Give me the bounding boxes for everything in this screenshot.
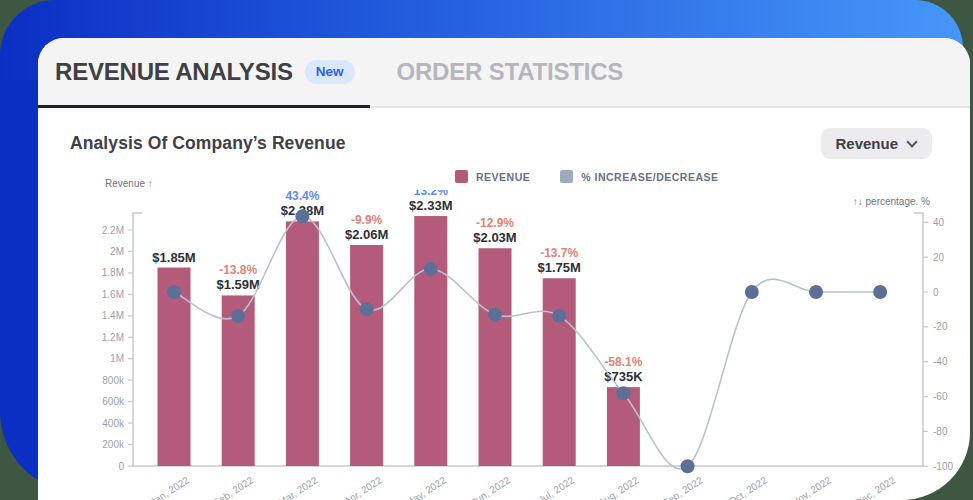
svg-text:1.8M: 1.8M bbox=[102, 267, 124, 278]
svg-text:2.2M: 2.2M bbox=[102, 225, 124, 236]
left-axis-title: Revenue ↑ bbox=[105, 178, 153, 189]
metric-dropdown-label: Revenue bbox=[835, 135, 898, 152]
svg-text:Jul, 2022: Jul, 2022 bbox=[536, 474, 576, 500]
metric-dropdown[interactable]: Revenue bbox=[821, 128, 932, 159]
svg-text:-13.7%: -13.7% bbox=[540, 246, 578, 260]
legend-item-revenue[interactable]: REVENUE bbox=[455, 170, 530, 183]
svg-text:Mar, 2022: Mar, 2022 bbox=[276, 474, 320, 500]
chevron-down-icon bbox=[906, 136, 917, 147]
svg-text:400k: 400k bbox=[102, 418, 125, 429]
svg-text:Dec, 2022: Dec, 2022 bbox=[853, 474, 898, 500]
svg-text:-58.1%: -58.1% bbox=[604, 355, 642, 369]
svg-text:-100: -100 bbox=[933, 461, 953, 472]
svg-text:13.2%: 13.2% bbox=[414, 190, 448, 198]
legend-swatch bbox=[455, 170, 468, 183]
svg-text:$1.85M: $1.85M bbox=[152, 250, 195, 265]
tab-revenue-analysis-label: REVENUE ANALYSIS bbox=[55, 58, 293, 86]
active-tab-indicator bbox=[38, 105, 370, 108]
legend-label: % INCREASE/DECREASE bbox=[581, 171, 718, 183]
svg-text:-12.9%: -12.9% bbox=[476, 216, 514, 230]
legend-item--increase-decrease[interactable]: % INCREASE/DECREASE bbox=[560, 170, 718, 183]
svg-text:May, 2022: May, 2022 bbox=[403, 474, 448, 500]
svg-text:$2.06M: $2.06M bbox=[345, 227, 388, 242]
svg-text:-9.9%: -9.9% bbox=[351, 213, 383, 227]
tab-revenue-analysis[interactable]: REVENUE ANALYSIS New bbox=[55, 58, 355, 86]
new-badge: New bbox=[305, 60, 355, 84]
svg-text:200k: 200k bbox=[102, 439, 125, 450]
svg-text:800k: 800k bbox=[102, 375, 125, 386]
svg-text:-13.8%: -13.8% bbox=[219, 263, 257, 277]
svg-text:1.4M: 1.4M bbox=[102, 310, 124, 321]
svg-text:Jan, 2022: Jan, 2022 bbox=[148, 474, 191, 500]
tab-bar: REVENUE ANALYSIS New ORDER STATISTICS bbox=[38, 38, 970, 108]
svg-text:20: 20 bbox=[933, 252, 945, 263]
legend-swatch bbox=[560, 170, 573, 183]
svg-text:$2.03M: $2.03M bbox=[473, 230, 516, 245]
svg-text:-80: -80 bbox=[933, 426, 948, 437]
svg-text:1.2M: 1.2M bbox=[102, 332, 124, 343]
chart-legend: REVENUE% INCREASE/DECREASE bbox=[455, 170, 719, 183]
svg-text:2M: 2M bbox=[110, 246, 124, 257]
svg-text:$2.33M: $2.33M bbox=[409, 198, 452, 213]
svg-text:Feb, 2022: Feb, 2022 bbox=[212, 474, 256, 500]
svg-text:-40: -40 bbox=[933, 356, 948, 367]
tab-order-statistics-label: ORDER STATISTICS bbox=[397, 58, 624, 86]
svg-text:Apr, 2022: Apr, 2022 bbox=[342, 474, 384, 500]
svg-text:-20: -20 bbox=[933, 321, 948, 332]
dashboard-card: REVENUE ANALYSIS New ORDER STATISTICS An… bbox=[38, 38, 970, 500]
svg-text:$1.75M: $1.75M bbox=[538, 260, 581, 275]
svg-text:-60: -60 bbox=[933, 391, 948, 402]
svg-text:0: 0 bbox=[933, 287, 939, 298]
svg-text:43.4%: 43.4% bbox=[285, 190, 319, 203]
revenue-chart: 0200k400k600k800k1M1.2M1.4M1.6M1.8M2M2.2… bbox=[95, 190, 970, 500]
svg-text:Oct, 2022: Oct, 2022 bbox=[727, 474, 770, 500]
svg-text:Sep, 2022: Sep, 2022 bbox=[660, 474, 705, 500]
tab-order-statistics[interactable]: ORDER STATISTICS bbox=[397, 58, 624, 86]
svg-text:Nov, 2022: Nov, 2022 bbox=[789, 474, 833, 500]
svg-text:1M: 1M bbox=[110, 353, 124, 364]
svg-text:$1.59M: $1.59M bbox=[217, 277, 260, 292]
svg-text:40: 40 bbox=[933, 217, 945, 228]
legend-label: REVENUE bbox=[476, 171, 530, 183]
svg-text:Aug, 2022: Aug, 2022 bbox=[596, 474, 641, 500]
svg-text:600k: 600k bbox=[102, 396, 125, 407]
svg-text:Jun, 2022: Jun, 2022 bbox=[469, 474, 512, 500]
page-title: Analysis Of Company’s Revenue bbox=[70, 133, 346, 154]
svg-text:0: 0 bbox=[118, 461, 124, 472]
svg-text:1.6M: 1.6M bbox=[102, 289, 124, 300]
content-header: Analysis Of Company’s Revenue Revenue bbox=[38, 108, 970, 159]
